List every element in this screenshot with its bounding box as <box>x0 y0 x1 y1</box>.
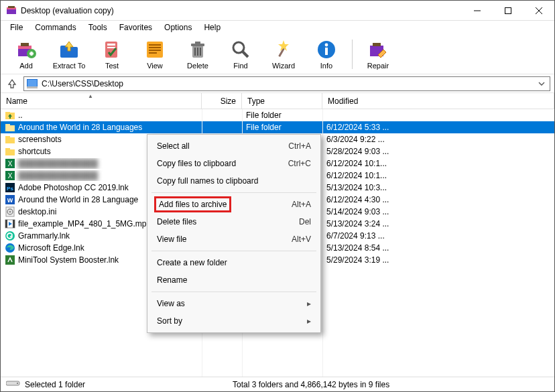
context-menu-item[interactable]: View fileAlt+V <box>147 231 320 248</box>
svg-rect-44 <box>5 124 10 127</box>
title-bar: Desktop (evaluation copy) <box>1 1 554 21</box>
svg-rect-39 <box>27 80 37 86</box>
svg-rect-34 <box>325 48 328 55</box>
svg-text:X: X <box>8 160 13 168</box>
status-selected: Selected 1 folder <box>25 380 85 389</box>
svg-rect-42 <box>5 112 10 115</box>
toolbar-extract-to-label: Extract To <box>53 62 86 70</box>
context-menu-separator <box>151 251 316 251</box>
toolbar: AddExtract ToTestViewDeleteFindWizardInf… <box>1 34 554 74</box>
menu-bar: FileCommandsToolsFavoritesOptionsHelp <box>1 21 554 34</box>
drive-icon <box>27 79 38 88</box>
context-menu-item[interactable]: Add files to archiveAlt+A <box>147 196 320 213</box>
sort-indicator-icon: ▲ <box>88 93 93 99</box>
toolbar-info-label: Info <box>320 62 332 70</box>
svg-rect-20 <box>149 47 161 48</box>
svg-point-29 <box>233 42 244 53</box>
context-menu-item[interactable]: Delete filesDel <box>147 213 320 231</box>
toolbar-separator <box>352 40 353 69</box>
svg-rect-62 <box>13 220 15 228</box>
svg-rect-46 <box>5 136 10 139</box>
svg-rect-27 <box>197 48 198 56</box>
address-input[interactable]: C:\Users\CSS\Desktop <box>23 76 550 91</box>
up-button[interactable] <box>5 76 19 91</box>
svg-rect-61 <box>5 220 7 228</box>
menu-favorites[interactable]: Favorites <box>114 22 158 33</box>
toolbar-repair-button[interactable]: Repair <box>358 36 398 73</box>
svg-rect-16 <box>107 44 115 46</box>
toolbar-view-button[interactable]: View <box>135 36 175 73</box>
columns-header: Name Size Type Modified ▲ <box>1 93 554 109</box>
toolbar-test-button[interactable]: Test <box>92 36 132 73</box>
svg-rect-66 <box>5 255 15 265</box>
svg-rect-28 <box>200 48 201 56</box>
toolbar-repair-label: Repair <box>367 62 389 70</box>
menu-file[interactable]: File <box>5 22 28 33</box>
toolbar-view-label: View <box>147 62 163 70</box>
context-menu-item[interactable]: Create a new folder <box>147 254 320 271</box>
toolbar-find-button[interactable]: Find <box>221 36 261 73</box>
context-menu-item[interactable]: View as▸ <box>147 295 320 312</box>
list-item[interactable]: ..File folder <box>1 109 554 121</box>
disk-icon <box>6 379 21 389</box>
toolbar-test-label: Test <box>105 62 119 70</box>
menu-help[interactable]: Help <box>198 22 226 33</box>
column-name-header[interactable]: Name <box>1 93 202 109</box>
list-item[interactable]: Around the World in 28 LanguagesFile fol… <box>1 121 554 133</box>
context-menu-item[interactable]: Sort by▸ <box>147 312 320 330</box>
toolbar-extract-to-button[interactable]: Extract To <box>49 36 89 73</box>
status-total: Total 3 folders and 4,866,142 bytes in 9… <box>233 380 549 389</box>
svg-rect-9 <box>21 43 29 46</box>
column-size-header[interactable]: Size <box>202 93 242 109</box>
maximize-button[interactable] <box>493 1 523 21</box>
svg-point-68 <box>17 383 18 384</box>
context-menu-item[interactable]: Rename <box>147 271 320 289</box>
address-path: C:\Users\CSS\Desktop <box>42 79 532 88</box>
svg-rect-17 <box>107 47 115 48</box>
toolbar-add-label: Add <box>19 62 33 70</box>
minimize-button[interactable] <box>462 1 493 21</box>
window-controls <box>462 1 554 21</box>
toolbar-wizard-label: Wizard <box>272 62 295 70</box>
toolbar-add-button[interactable]: Add <box>6 36 46 73</box>
svg-rect-26 <box>194 48 196 56</box>
window-title: Desktop (evaluation copy) <box>21 6 462 15</box>
svg-rect-19 <box>149 44 161 46</box>
toolbar-delete-label: Delete <box>187 62 208 70</box>
toolbar-delete-button[interactable]: Delete <box>178 36 218 73</box>
column-modified-header[interactable]: Modified <box>322 93 554 109</box>
svg-text:Ps: Ps <box>7 186 13 192</box>
menu-tools[interactable]: Tools <box>83 22 113 33</box>
svg-rect-25 <box>195 42 200 44</box>
status-bar: Selected 1 folder Total 3 folders and 4,… <box>1 377 554 391</box>
svg-line-30 <box>243 52 248 57</box>
context-menu-item[interactable]: Select allCtrl+A <box>147 137 320 155</box>
svg-text:W: W <box>7 197 13 204</box>
context-menu-separator <box>151 291 316 292</box>
svg-rect-40 <box>27 86 38 88</box>
toolbar-wizard-button[interactable]: Wizard <box>263 36 304 73</box>
svg-rect-2 <box>8 6 15 8</box>
svg-text:X: X <box>8 172 13 180</box>
chevron-down-icon[interactable] <box>536 78 547 89</box>
svg-rect-48 <box>5 148 10 151</box>
toolbar-info-button[interactable]: Info <box>306 36 347 73</box>
svg-rect-37 <box>373 43 381 46</box>
close-button[interactable] <box>523 1 554 21</box>
menu-options[interactable]: Options <box>159 22 197 33</box>
address-bar: C:\Users\CSS\Desktop <box>1 74 554 93</box>
app-window: Desktop (evaluation copy) FileCommandsTo… <box>0 0 555 392</box>
winrar-icon <box>6 5 17 16</box>
column-type-header[interactable]: Type <box>242 93 322 109</box>
svg-rect-22 <box>149 52 157 54</box>
svg-point-59 <box>9 211 11 213</box>
toolbar-find-label: Find <box>233 62 247 70</box>
context-menu-item[interactable]: Copy files to clipboardCtrl+C <box>147 155 320 172</box>
context-menu: Select allCtrl+ACopy files to clipboardC… <box>147 134 321 333</box>
svg-rect-21 <box>149 50 161 51</box>
menu-commands[interactable]: Commands <box>29 22 81 33</box>
svg-rect-12 <box>31 52 33 56</box>
context-menu-item[interactable]: Copy full names to clipboard <box>147 172 320 190</box>
svg-point-35 <box>325 43 328 46</box>
context-menu-separator <box>151 192 316 193</box>
